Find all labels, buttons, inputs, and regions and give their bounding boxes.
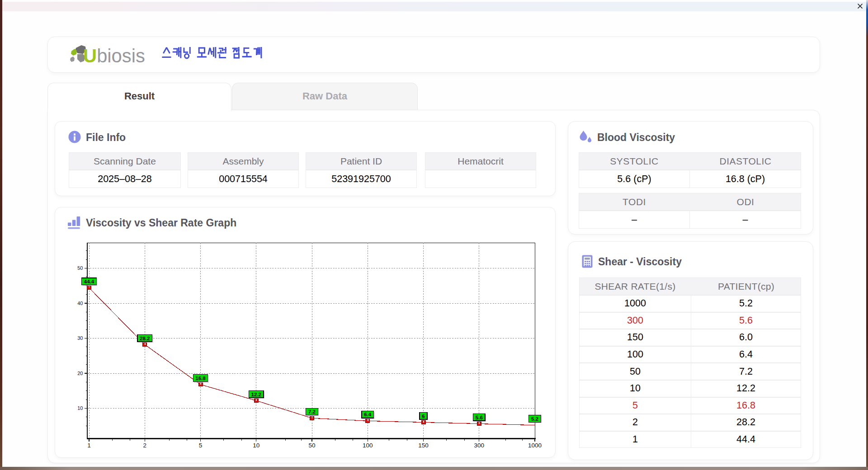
svg-text:5: 5 (199, 442, 203, 449)
svg-text:50: 50 (77, 265, 83, 271)
svg-text:50: 50 (308, 442, 315, 449)
svg-text:300: 300 (474, 442, 485, 449)
svg-text:28.2: 28.2 (140, 336, 150, 341)
svg-text:150: 150 (418, 442, 429, 449)
svg-text:2: 2 (143, 442, 146, 449)
svg-text:100: 100 (363, 442, 373, 449)
svg-text:6: 6 (422, 414, 425, 419)
svg-text:5.6: 5.6 (476, 415, 483, 420)
svg-text:1000: 1000 (528, 442, 542, 449)
svg-text:44.4: 44.4 (84, 279, 94, 284)
svg-text:30: 30 (77, 335, 83, 341)
svg-text:16.8: 16.8 (195, 376, 206, 381)
svg-text:12.2: 12.2 (251, 392, 261, 397)
svg-text:10: 10 (253, 442, 259, 449)
svg-text:40: 40 (77, 301, 83, 306)
svg-text:5.2: 5.2 (531, 416, 538, 422)
svg-text:10: 10 (77, 405, 83, 411)
svg-text:20: 20 (77, 371, 83, 376)
svg-text:1: 1 (87, 442, 91, 449)
svg-text:6.4: 6.4 (364, 412, 372, 417)
svg-text:7.2: 7.2 (308, 409, 316, 414)
